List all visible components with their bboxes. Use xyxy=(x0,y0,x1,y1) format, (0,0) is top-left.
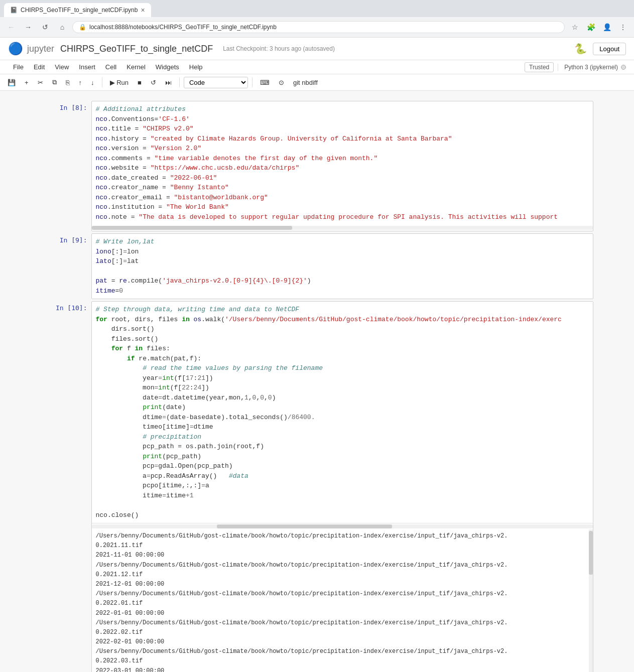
git-nbdiff-button[interactable]: git nbdiff xyxy=(290,77,321,88)
jupyter-logo: 🔵 jupyter xyxy=(8,42,54,56)
copy-cell-button[interactable]: ⧉ xyxy=(49,76,60,88)
save-button[interactable]: 💾 xyxy=(4,77,19,88)
restart-run-button[interactable]: ⏭ xyxy=(162,77,175,88)
jupyter-brand: jupyter xyxy=(27,44,54,54)
menu-kernel[interactable]: Kernel xyxy=(121,61,151,73)
restart-button[interactable]: ↺ xyxy=(147,77,160,88)
cell-10-code: # Step through data, writing time and da… xyxy=(92,302,593,523)
output-scrollbar-h[interactable] xyxy=(92,524,593,528)
tab-favicon: 📓 xyxy=(10,7,18,14)
cell-10-prompt: In [10]: xyxy=(41,301,91,672)
jupyter-logo-icon: 🔵 xyxy=(8,42,23,56)
trusted-badge: Trusted xyxy=(525,62,554,72)
add-cell-button[interactable]: + xyxy=(21,77,32,88)
url-text: localhost:8888/notebooks/CHIRPS_GeoTIFF_… xyxy=(89,24,558,31)
toolbar-separator-2 xyxy=(179,77,180,87)
kernel-name: Python 3 (ipykernel) xyxy=(564,64,618,71)
cell-9-prompt: In [9]: xyxy=(41,233,91,299)
output-text: /Users/benny/Documents/GitHub/gost-clima… xyxy=(92,529,593,672)
nav-icons: ☆ 🧩 👤 ⋮ xyxy=(568,20,630,34)
paste-cell-button[interactable]: ⎘ xyxy=(62,77,73,88)
cell-10-content[interactable]: # Step through data, writing time and da… xyxy=(91,301,593,672)
tab-title: CHIRPS_GeoTIFF_to_single_netCDF.ipynb xyxy=(21,7,138,14)
back-btn[interactable]: ← xyxy=(4,20,18,34)
menu-bar: File Edit View Insert Cell Kernel Widget… xyxy=(0,60,634,74)
cell-9: In [9]: # Write lon,lat lono[:]=lon lato… xyxy=(41,233,593,299)
address-bar[interactable]: 🔒 localhost:8888/notebooks/CHIRPS_GeoTIF… xyxy=(72,21,565,33)
interrupt-button[interactable]: ■ xyxy=(134,77,145,88)
browser-tabs: 📓 CHIRPS_GeoTIFF_to_single_netCDF.ipynb … xyxy=(0,0,634,17)
cell-8-content[interactable]: # Additional attributes nco.Conventions=… xyxy=(91,101,593,231)
extension-btn[interactable]: 🧩 xyxy=(584,20,598,34)
cell-8-scrollbar[interactable] xyxy=(92,226,593,230)
cell-8: In [8]: # Additional attributes nco.Conv… xyxy=(41,101,593,231)
move-up-button[interactable]: ↑ xyxy=(75,77,86,88)
cell-10: In [10]: # Step through data, writing ti… xyxy=(41,301,593,672)
bookmark-btn[interactable]: ☆ xyxy=(568,20,582,34)
lock-icon: 🔒 xyxy=(79,24,86,31)
profile-btn[interactable]: 👤 xyxy=(600,20,614,34)
browser-chrome: 📓 CHIRPS_GeoTIFF_to_single_netCDF.ipynb … xyxy=(0,0,634,38)
home-btn[interactable]: ⌂ xyxy=(55,20,69,34)
menu-file[interactable]: File xyxy=(8,61,29,73)
python-badge: 🐍 xyxy=(574,43,587,55)
checkpoint-info: Last Checkpoint: 3 hours ago (autosaved) xyxy=(223,45,335,52)
keyboard-button[interactable]: ⌨ xyxy=(257,77,273,88)
logout-button[interactable]: Logout xyxy=(593,43,626,55)
cell-10-output: /Users/benny/Documents/GitHub/gost-clima… xyxy=(92,523,593,672)
notebook-title[interactable]: CHIRPS_GeoTIFF_to_single_netCDF xyxy=(60,44,213,54)
menu-widgets[interactable]: Widgets xyxy=(151,61,184,73)
cell-9-content[interactable]: # Write lon,lat lono[:]=lon lato[:]=lat … xyxy=(91,233,593,299)
jupyter-header: 🔵 jupyter CHIRPS_GeoTIFF_to_single_netCD… xyxy=(0,38,634,60)
toolbar-separator-1 xyxy=(102,77,102,87)
toolbar: 💾 + ✂ ⧉ ⎘ ↑ ↓ ▶ Run ■ ↺ ⏭ Code Markdown … xyxy=(0,74,634,91)
cell-type-select[interactable]: Code Markdown Raw NBConvert xyxy=(184,77,248,88)
menu-edit[interactable]: Edit xyxy=(29,61,50,73)
kernel-status-icon xyxy=(621,65,626,70)
kernel-info: Python 3 (ipykernel) xyxy=(558,64,626,71)
menu-btn[interactable]: ⋮ xyxy=(616,20,630,34)
menu-view[interactable]: View xyxy=(50,61,74,73)
menu-insert[interactable]: Insert xyxy=(74,61,100,73)
output-scroll-area[interactable]: /Users/benny/Documents/GitHub/gost-clima… xyxy=(92,529,593,672)
run-button[interactable]: ▶ Run xyxy=(106,77,132,88)
output-scrollbar-v[interactable] xyxy=(589,529,593,672)
menu-cell[interactable]: Cell xyxy=(100,61,121,73)
reload-btn[interactable]: ↺ xyxy=(38,20,52,34)
browser-nav: ← → ↺ ⌂ 🔒 localhost:8888/notebooks/CHIRP… xyxy=(0,17,634,37)
cell-8-prompt: In [8]: xyxy=(41,101,91,231)
magic-button[interactable]: ⊙ xyxy=(275,77,288,88)
browser-tab[interactable]: 📓 CHIRPS_GeoTIFF_to_single_netCDF.ipynb … xyxy=(4,3,151,17)
tab-close-btn[interactable]: × xyxy=(141,6,145,14)
notebook-area: In [8]: # Additional attributes nco.Conv… xyxy=(0,91,634,672)
toolbar-separator-3 xyxy=(252,77,252,87)
cell-9-code: # Write lon,lat lono[:]=lon lato[:]=lat … xyxy=(92,234,593,299)
forward-btn[interactable]: → xyxy=(21,20,35,34)
cell-8-code: # Additional attributes nco.Conventions=… xyxy=(92,101,593,225)
python-icon: 🐍 xyxy=(574,43,587,55)
cut-cell-button[interactable]: ✂ xyxy=(34,77,47,88)
menu-help[interactable]: Help xyxy=(184,61,208,73)
move-down-button[interactable]: ↓ xyxy=(87,77,98,88)
